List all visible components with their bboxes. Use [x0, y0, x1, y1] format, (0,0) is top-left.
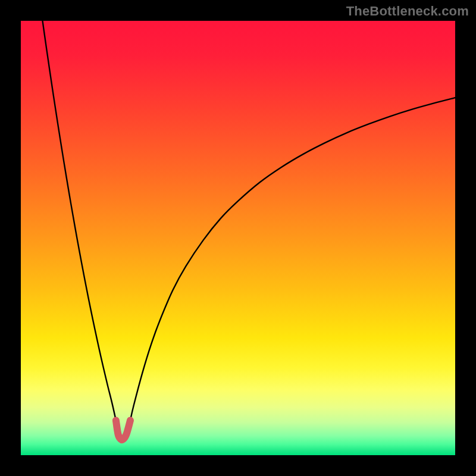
curve-right-branch [130, 98, 455, 420]
plot-area [21, 21, 455, 455]
u-bottom-marker [116, 421, 130, 440]
watermark-text: TheBottleneck.com [346, 4, 469, 19]
chart-frame: TheBottleneck.com [0, 0, 476, 476]
curve-left-branch [43, 21, 116, 421]
curve-layer [21, 21, 455, 455]
